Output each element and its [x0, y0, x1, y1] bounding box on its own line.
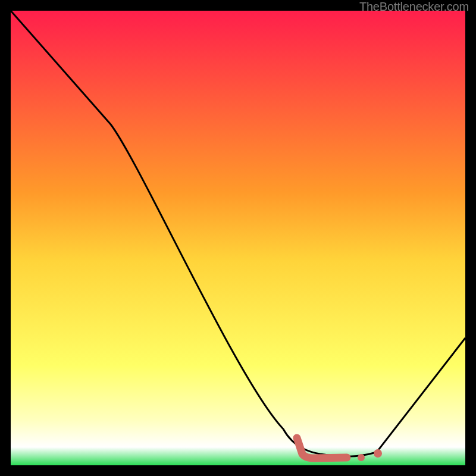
chart-frame: [11, 11, 465, 465]
bottleneck-chart: [11, 11, 465, 465]
highlight-dot: [358, 454, 365, 461]
gradient-background: [11, 11, 465, 465]
highlight-dot: [374, 449, 382, 458]
